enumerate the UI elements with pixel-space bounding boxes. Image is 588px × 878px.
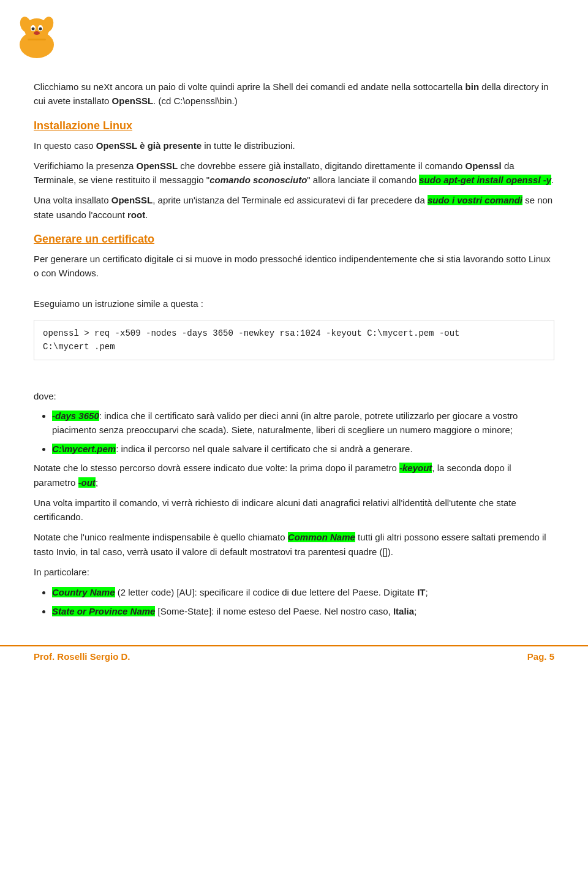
note1-keyout: -keyout [399, 463, 432, 473]
bullet2-code: C:\mycert.pem [52, 444, 116, 454]
intro-end: .) [232, 96, 238, 106]
note1-end: ; [96, 477, 98, 488]
para2-end: . [551, 175, 554, 185]
para2-openssl2: Openssl [466, 161, 502, 171]
note1: Notate che lo stesso percorso dovrà esse… [34, 461, 554, 490]
para-una-volta-insallato: Una volta insallato OpenSSL, aprite un'i… [34, 193, 554, 222]
page: Clicchiamo su neXt ancora un paio di vol… [0, 0, 588, 667]
bullet1-text: : indica che il certificato sarà valido … [52, 411, 518, 435]
exec-label: Eseguiamo un istruzione simile a questa … [34, 297, 554, 311]
para-gen-cert: Per generare un certificato digitale ci … [34, 252, 554, 281]
para2-openssl: OpenSSL [137, 161, 178, 171]
list-item-state: State or Province Name [Some-State]: il … [52, 604, 554, 618]
bullets-list: -days 3650: indica che il certificato sa… [52, 409, 554, 456]
para3-highlight: sudo i vostri comandi [428, 195, 522, 205]
intro-code: . (cd C:\openssl\bin [153, 96, 232, 106]
bullet1-code: -days 3650 [52, 411, 99, 421]
footer-author: Prof. Roselli Sergio D. [34, 651, 130, 662]
note3: Notate che l'unico realmente indispensab… [34, 530, 554, 559]
para2-mid3: " allora lanciate il comando [307, 175, 419, 185]
para3-period: . [145, 210, 148, 220]
note3-start: Notate che l'unico realmente indispensab… [34, 532, 288, 542]
logo [12, 11, 61, 60]
list2-code: State or Province Name [52, 606, 155, 616]
in-particular-list: Country Name (2 letter code) [AU]: speci… [52, 585, 554, 619]
section-installazione-linux: Installazione Linux [34, 119, 554, 132]
svg-point-6 [32, 28, 35, 31]
list1-code: Country Name [52, 587, 115, 597]
intro-text-start: Clicchiamo su neXt ancora un paio di vol… [34, 81, 466, 92]
list2-bold: Italia [393, 606, 414, 616]
para1-end: in tutte le distribuzioni. [202, 140, 295, 151]
where-label: dove: [34, 389, 554, 403]
para-verifichiamo: Verifichiamo la presenza OpenSSL che dov… [34, 159, 554, 187]
footer: Prof. Roselli Sergio D. Pag. 5 [0, 645, 588, 667]
intro-bin: bin [466, 81, 480, 92]
footer-page: Pag. 5 [527, 651, 554, 662]
intro-openssl: OpenSSL [112, 96, 154, 106]
intro-paragraph: Clicchiamo su neXt ancora un paio di vol… [34, 80, 554, 108]
para-openssl-presente: In questo caso OpenSSL è già presente in… [34, 138, 554, 153]
note1-start: Notate che lo stesso percorso dovrà esse… [34, 463, 399, 473]
list2-text: [Some-State]: il nome esteso del Paese. … [155, 606, 393, 616]
list1-text: (2 letter code) [AU]: specificare il cod… [115, 587, 418, 597]
note3-common-name: Common Name [288, 532, 355, 542]
para3-root: root [127, 210, 145, 220]
para1-bold: OpenSSL è già presente [96, 140, 202, 151]
para2-italic: comando sconosciuto [209, 175, 307, 185]
svg-point-8 [34, 31, 40, 35]
svg-rect-9 [28, 39, 46, 40]
list1-end: ; [425, 587, 428, 597]
note2: Una volta impartito il comando, vi verrà… [34, 496, 554, 524]
para3-mid: , aprite un'istanza del Terminale ed ass… [153, 195, 428, 205]
list-item-country: Country Name (2 letter code) [AU]: speci… [52, 585, 554, 599]
para2-mid1: che dovrebbe essere già installato, digi… [178, 161, 465, 171]
in-particular: In particolare: [34, 565, 554, 579]
list2-end: ; [414, 606, 417, 616]
para1-start: In questo caso [34, 140, 96, 151]
section-generare-certificato: Generare un certificato [34, 233, 554, 246]
main-content: Clicchiamo su neXt ancora un paio di vol… [34, 80, 554, 619]
bullet-mycert: C:\mycert.pem: indica il percorso nel qu… [52, 442, 554, 456]
bullet-days: -days 3650: indica che il certificato sa… [52, 409, 554, 437]
code-block: openssl > req -x509 -nodes -days 3650 -n… [34, 320, 554, 361]
list1-bold: IT [417, 587, 425, 597]
svg-point-7 [39, 28, 42, 31]
para3-start: Una volta insallato [34, 195, 111, 205]
note1-out: -out [78, 477, 96, 488]
code-line2: C:\mycert .pem [43, 340, 545, 354]
bullet2-text: : indica il percorso nel quale salvare i… [116, 444, 412, 454]
para3-openssl: OpenSSL [111, 195, 153, 205]
code-line1: openssl > req -x509 -nodes -days 3650 -n… [43, 327, 545, 340]
para2-start: Verifichiamo la presenza [34, 161, 137, 171]
para2-code: sudo apt-get install openssl -y [419, 175, 551, 185]
